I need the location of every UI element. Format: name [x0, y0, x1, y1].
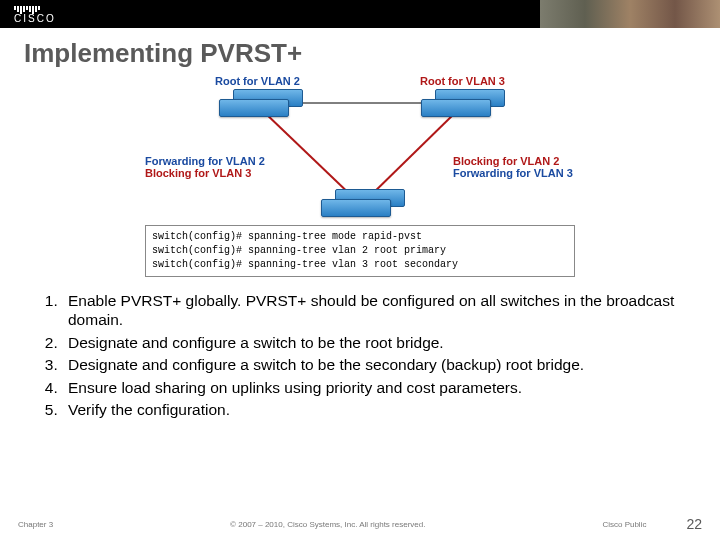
step-item: Designate and configure a switch to be t…: [62, 333, 692, 352]
steps-section: Enable PVRST+ globally. PVRST+ should be…: [0, 283, 720, 419]
svg-line-1: [263, 111, 357, 201]
steps-list: Enable PVRST+ globally. PVRST+ should be…: [40, 291, 692, 419]
cli-box: switch(config)# spanning-tree mode rapid…: [145, 225, 575, 277]
label-right-fwd: Forwarding for VLAN 3: [453, 167, 573, 179]
label-root-vlan3: Root for VLAN 3: [420, 75, 505, 87]
footer-copyright: © 2007 – 2010, Cisco Systems, Inc. All r…: [53, 520, 602, 529]
label-left-fwd: Forwarding for VLAN 2: [145, 155, 265, 167]
header-bar: CISCO: [0, 0, 720, 28]
footer-classification: Cisco Public: [602, 520, 646, 529]
step-item: Enable PVRST+ globally. PVRST+ should be…: [62, 291, 692, 330]
slide-title: Implementing PVRST+: [0, 28, 720, 75]
network-diagram: Root for VLAN 2 Root for VLAN 3 Forwardi…: [145, 75, 575, 277]
step-item: Designate and configure a switch to be t…: [62, 355, 692, 374]
cisco-logo: CISCO: [0, 6, 56, 22]
cli-line: switch(config)# spanning-tree vlan 3 roo…: [152, 258, 568, 272]
switch-top-right: [421, 89, 505, 123]
slide-footer: Chapter 3 © 2007 – 2010, Cisco Systems, …: [0, 516, 720, 532]
footer-chapter: Chapter 3: [18, 520, 53, 529]
switch-top-left: [219, 89, 303, 123]
label-left-blk: Blocking for VLAN 3: [145, 167, 251, 179]
cli-line: switch(config)# spanning-tree mode rapid…: [152, 230, 568, 244]
label-root-vlan2: Root for VLAN 2: [215, 75, 300, 87]
footer-page-number: 22: [686, 516, 702, 532]
step-item: Ensure load sharing on uplinks using pri…: [62, 378, 692, 397]
logo-text: CISCO: [14, 15, 56, 22]
header-people-image: [540, 0, 720, 28]
switch-bottom: [321, 189, 405, 223]
svg-line-2: [365, 111, 457, 201]
label-right-blk: Blocking for VLAN 2: [453, 155, 559, 167]
cli-line: switch(config)# spanning-tree vlan 2 roo…: [152, 244, 568, 258]
step-item: Verify the configuration.: [62, 400, 692, 419]
